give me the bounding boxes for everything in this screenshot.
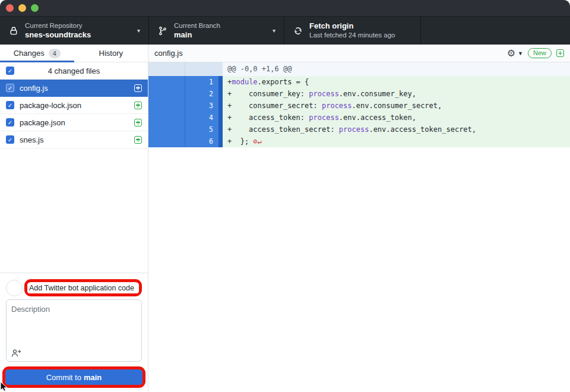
branch-label: Current Branch bbox=[174, 21, 220, 30]
code-segment: .env.access_token_secret, bbox=[369, 125, 476, 134]
main-area: Changes 4 History ✓ 4 changed files ✓con… bbox=[0, 45, 570, 392]
sidebar-tabbar: Changes 4 History bbox=[0, 45, 148, 62]
fetch-origin-button[interactable]: Fetch origin Last fetched 24 minutes ago bbox=[284, 17, 421, 45]
code-segment: .env.consumer_key, bbox=[339, 90, 416, 98]
added-line-strip bbox=[218, 112, 223, 124]
app-window: Current Repository snes-soundtracks ▾ Cu… bbox=[0, 0, 570, 392]
chevron-down-icon: ▾ bbox=[268, 27, 276, 34]
commit-button-branch: main bbox=[84, 373, 102, 382]
close-window-button[interactable] bbox=[6, 4, 14, 12]
diff-lines: 1+module.exports = {2+ consumer_key: pro… bbox=[148, 76, 570, 147]
file-name: config.js bbox=[20, 84, 134, 93]
diff-added-line[interactable]: 2+ consumer_key: process.env.consumer_ke… bbox=[148, 88, 570, 100]
file-row[interactable]: ✓config.js bbox=[0, 80, 148, 97]
old-line-number-gutter bbox=[148, 124, 185, 135]
diff-pane: config.js ⚙ ▼ New @@ -0,0 +1,6 @@ 1+modu… bbox=[148, 45, 570, 392]
changed-files-summary: 4 changed files bbox=[14, 67, 134, 75]
file-list: ✓config.js✓package-lock.json✓package.jso… bbox=[0, 80, 148, 148]
window-controls bbox=[6, 4, 39, 12]
annotation-highlight-summary bbox=[24, 279, 142, 296]
code-segment: process bbox=[309, 113, 339, 122]
fetch-text: Fetch origin Last fetched 24 minutes ago bbox=[309, 21, 395, 40]
mouse-cursor bbox=[0, 382, 8, 392]
file-include-checkbox[interactable]: ✓ bbox=[6, 84, 14, 92]
old-line-number-gutter bbox=[148, 112, 185, 124]
file-row[interactable]: ✓package.json bbox=[0, 114, 148, 131]
changes-count-badge: 4 bbox=[49, 49, 61, 58]
toolbar: Current Repository snes-soundtracks ▾ Cu… bbox=[0, 17, 570, 45]
diff-added-line[interactable]: 3+ consumer_secret: process.env.consumer… bbox=[148, 100, 570, 112]
old-line-number-gutter bbox=[148, 135, 185, 147]
fetch-title: Fetch origin bbox=[309, 21, 395, 31]
code-text: + consumer_secret: process.env.consumer_… bbox=[223, 100, 570, 112]
file-row[interactable]: ✓package-lock.json bbox=[0, 97, 148, 114]
code-text: + access_token_secret: process.env.acces… bbox=[223, 124, 570, 135]
file-row[interactable]: ✓snes.js bbox=[0, 131, 148, 148]
commit-button[interactable]: Commit tomain bbox=[5, 369, 142, 385]
file-include-checkbox[interactable]: ✓ bbox=[6, 101, 14, 109]
gear-icon: ⚙ bbox=[507, 49, 515, 58]
zoom-window-button[interactable] bbox=[31, 4, 39, 12]
no-newline-marker: ⊘↵ bbox=[249, 137, 262, 146]
file-name: package-lock.json bbox=[20, 101, 134, 110]
diff-file-title: config.js bbox=[154, 49, 183, 58]
added-line-strip bbox=[218, 88, 223, 100]
file-include-checkbox[interactable]: ✓ bbox=[6, 135, 14, 144]
branch-icon bbox=[157, 26, 168, 36]
avatar bbox=[6, 280, 23, 296]
hunk-gutter bbox=[148, 62, 218, 76]
commit-summary-row bbox=[6, 279, 142, 296]
sync-icon bbox=[293, 26, 303, 36]
repository-name: snes-soundtracks bbox=[25, 30, 91, 40]
current-repository-selector[interactable]: Current Repository snes-soundtracks ▾ bbox=[0, 17, 148, 45]
commit-summary-input[interactable] bbox=[27, 283, 139, 293]
diff-added-line[interactable]: 6+ }; ⊘↵ bbox=[148, 135, 570, 147]
tab-history[interactable]: History bbox=[74, 45, 148, 62]
file-include-checkbox[interactable]: ✓ bbox=[6, 118, 14, 127]
tab-changes[interactable]: Changes 4 bbox=[0, 45, 74, 62]
file-name: package.json bbox=[20, 118, 134, 127]
commit-button-prefix: Commit to bbox=[46, 373, 81, 382]
new-line-number: 2 bbox=[185, 88, 218, 100]
lock-icon bbox=[8, 26, 19, 36]
added-file-icon bbox=[134, 119, 142, 127]
current-branch-selector[interactable]: Current Branch main ▾ bbox=[148, 17, 284, 45]
select-all-checkbox[interactable]: ✓ bbox=[6, 67, 14, 75]
added-file-icon bbox=[556, 49, 564, 57]
old-line-number-gutter bbox=[148, 88, 185, 100]
code-segment: + }; bbox=[227, 137, 249, 146]
diff-added-line[interactable]: 5+ access_token_secret: process.env.acce… bbox=[148, 124, 570, 135]
new-line-number: 3 bbox=[185, 100, 218, 112]
branch-name: main bbox=[174, 30, 220, 40]
code-text: + }; ⊘↵ bbox=[223, 135, 570, 147]
commit-description-box bbox=[6, 299, 142, 362]
add-coauthor-button[interactable] bbox=[11, 349, 21, 358]
diff-added-line[interactable]: 4+ access_token: process.env.access_toke… bbox=[148, 112, 570, 124]
code-segment: + access_token_secret: bbox=[227, 125, 339, 134]
tab-changes-label: Changes bbox=[14, 49, 45, 58]
select-all-row: ✓ 4 changed files bbox=[0, 62, 148, 80]
repository-label: Current Repository bbox=[25, 21, 91, 30]
diff-added-line[interactable]: 1+module.exports = { bbox=[148, 76, 570, 88]
diff-body: @@ -0,0 +1,6 @@ 1+module.exports = {2+ c… bbox=[148, 62, 570, 392]
diff-header: config.js ⚙ ▼ New bbox=[148, 45, 570, 62]
added-file-icon bbox=[134, 102, 142, 109]
hunk-header-row: @@ -0,0 +1,6 @@ bbox=[148, 62, 570, 76]
chevron-down-icon: ▾ bbox=[132, 27, 140, 34]
code-segment: process bbox=[339, 125, 369, 134]
new-line-number: 1 bbox=[185, 76, 218, 88]
added-line-strip bbox=[218, 135, 223, 147]
code-segment: + consumer_secret: bbox=[227, 102, 322, 110]
person-plus-icon bbox=[11, 349, 21, 358]
added-line-strip bbox=[218, 76, 223, 88]
commit-description-input[interactable] bbox=[7, 300, 141, 343]
minimize-window-button[interactable] bbox=[18, 4, 26, 12]
old-line-number-gutter bbox=[148, 100, 185, 112]
code-text: + access_token: process.env.access_token… bbox=[223, 112, 570, 124]
diff-options-button[interactable]: ⚙ ▼ bbox=[507, 49, 523, 58]
annotation-highlight-commit-button: Commit tomain bbox=[2, 366, 145, 388]
file-list-empty-space bbox=[0, 148, 148, 273]
new-file-badge: New bbox=[528, 48, 552, 58]
old-line-number-gutter bbox=[148, 76, 185, 88]
titlebar bbox=[0, 0, 570, 17]
